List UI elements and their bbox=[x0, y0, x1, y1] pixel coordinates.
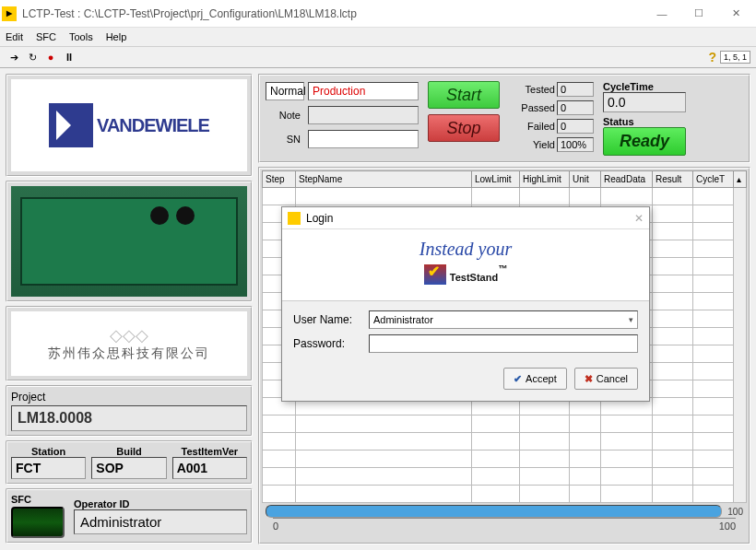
toolbar: ➔ ↻ ● II ? 1, 5, 1 bbox=[0, 46, 756, 68]
scale-min: 0 bbox=[273, 521, 278, 532]
username-label: User Name: bbox=[293, 313, 363, 326]
status-value: Ready bbox=[603, 127, 686, 156]
operator-id-value: Administrator bbox=[74, 509, 247, 534]
menu-help[interactable]: Help bbox=[106, 31, 127, 42]
app-icon: ▶ bbox=[2, 6, 17, 21]
sn-input[interactable] bbox=[308, 130, 419, 148]
menubar: Edit SFC Tools Help bbox=[0, 28, 756, 46]
banner-line1: Instead your bbox=[282, 239, 649, 260]
table-row bbox=[263, 415, 747, 433]
operator-id-label: Operator ID bbox=[74, 498, 247, 509]
project-value: LM18.0008 bbox=[11, 405, 247, 431]
pcb-image bbox=[20, 197, 238, 286]
cancel-button[interactable]: ✖Cancel bbox=[574, 368, 638, 390]
pcb-image-panel bbox=[6, 181, 253, 302]
passed-label: Passed bbox=[509, 102, 555, 113]
sfc-label: SFC bbox=[11, 494, 65, 505]
testitemver-label: TestItemVer bbox=[172, 446, 247, 457]
minimize-button[interactable]: — bbox=[644, 3, 680, 25]
status-indicator-icon: 1, 5, 1 bbox=[720, 51, 750, 64]
note-input[interactable] bbox=[308, 106, 419, 124]
dialog-close-icon[interactable]: ✕ bbox=[634, 212, 644, 225]
col-stepname[interactable]: StepName bbox=[296, 171, 472, 188]
vertical-scrollbar[interactable] bbox=[734, 188, 747, 503]
company-logo-icon: ◇◇◇ bbox=[110, 325, 148, 345]
chevron-down-icon[interactable]: ▾ bbox=[629, 315, 633, 324]
failed-label: Failed bbox=[509, 121, 555, 132]
dialog-title: Login bbox=[306, 212, 634, 225]
yield-label: Yield bbox=[509, 139, 555, 150]
sfc-panel: SFC Operator ID Administrator bbox=[6, 488, 253, 544]
table-row bbox=[263, 486, 747, 503]
mode-field[interactable]: Normal bbox=[266, 82, 304, 100]
dialog-app-icon bbox=[288, 212, 301, 225]
teststand-icon bbox=[424, 264, 446, 285]
progress-end-value: 100 bbox=[727, 507, 743, 517]
tested-label: Tested bbox=[509, 84, 555, 95]
login-banner: Instead your TestStand™ bbox=[282, 229, 649, 301]
testitemver-value: A001 bbox=[172, 457, 247, 479]
col-unit[interactable]: Unit bbox=[570, 171, 601, 188]
menu-tools[interactable]: Tools bbox=[69, 31, 93, 42]
scale-max: 100 bbox=[719, 521, 736, 532]
menu-sfc[interactable]: SFC bbox=[36, 31, 56, 42]
station-value: FCT bbox=[11, 457, 86, 479]
logo-panel: VANDEWIELE bbox=[6, 74, 253, 177]
col-lowlimit[interactable]: LowLimit bbox=[472, 171, 520, 188]
col-result[interactable]: Result bbox=[653, 171, 693, 188]
login-dialog: Login ✕ Instead your TestStand™ User Nam… bbox=[281, 206, 650, 402]
pause-icon[interactable]: II bbox=[61, 49, 77, 65]
window-title: LCTP-Test : C:\LCTP-Test\Project\prj_Con… bbox=[22, 7, 644, 20]
progress-bar bbox=[266, 505, 722, 518]
titlebar: ▶ LCTP-Test : C:\LCTP-Test\Project\prj_C… bbox=[0, 0, 756, 28]
help-icon[interactable]: ? bbox=[708, 50, 716, 64]
password-input[interactable] bbox=[369, 334, 638, 353]
project-label: Project bbox=[11, 391, 247, 404]
project-panel: Project LM18.0008 bbox=[6, 385, 253, 437]
table-row bbox=[263, 451, 747, 468]
note-label: Note bbox=[266, 110, 304, 121]
status-label: Status bbox=[603, 116, 686, 127]
sfc-led-icon bbox=[11, 507, 65, 538]
station-panel: Station FCT Build SOP TestItemVer A001 bbox=[6, 440, 253, 485]
sn-label: SN bbox=[266, 134, 304, 145]
vandewiele-text: VANDEWIELE bbox=[97, 115, 209, 136]
col-step[interactable]: Step bbox=[263, 171, 296, 188]
x-icon: ✖ bbox=[585, 373, 593, 385]
build-label: Build bbox=[91, 446, 166, 457]
table-row bbox=[263, 433, 747, 451]
record-icon[interactable]: ● bbox=[42, 49, 59, 65]
run-icon[interactable]: ➔ bbox=[6, 49, 22, 65]
company-name: 苏州伟众思科技有限公司 bbox=[48, 345, 210, 362]
table-row bbox=[263, 468, 747, 486]
tested-value: 0 bbox=[557, 82, 594, 97]
accept-button[interactable]: ✔Accept bbox=[503, 368, 567, 390]
password-label: Password: bbox=[293, 337, 363, 350]
cycletime-value: 0.0 bbox=[603, 92, 686, 112]
start-button[interactable]: Start bbox=[428, 81, 500, 109]
build-value: SOP bbox=[91, 457, 166, 479]
col-scroll-up-icon[interactable]: ▴ bbox=[734, 171, 747, 188]
col-cyclet[interactable]: CycleT bbox=[693, 171, 734, 188]
table-row bbox=[263, 188, 747, 205]
control-panel: Normal Production Note SN Start Stop Tes… bbox=[258, 74, 750, 163]
col-readdata[interactable]: ReadData bbox=[601, 171, 653, 188]
check-icon: ✔ bbox=[514, 373, 522, 385]
vandewiele-icon bbox=[49, 103, 93, 147]
close-button[interactable]: ✕ bbox=[717, 3, 754, 25]
col-highlimit[interactable]: HighLimit bbox=[520, 171, 570, 188]
banner-line2: TestStand™ bbox=[282, 260, 649, 287]
station-label: Station bbox=[11, 446, 86, 457]
cycletime-label: CycleTime bbox=[603, 81, 686, 92]
company-panel: ◇◇◇ 苏州伟众思科技有限公司 bbox=[6, 306, 253, 381]
yield-value: 100% bbox=[557, 137, 594, 152]
menu-edit[interactable]: Edit bbox=[6, 31, 23, 42]
failed-value: 0 bbox=[557, 119, 594, 134]
phase-field[interactable]: Production bbox=[308, 82, 419, 100]
passed-value: 0 bbox=[557, 100, 594, 115]
maximize-button[interactable]: ☐ bbox=[680, 3, 717, 25]
loop-icon[interactable]: ↻ bbox=[24, 49, 41, 65]
username-input[interactable]: Administrator▾ bbox=[369, 310, 638, 329]
stop-button[interactable]: Stop bbox=[428, 114, 500, 142]
